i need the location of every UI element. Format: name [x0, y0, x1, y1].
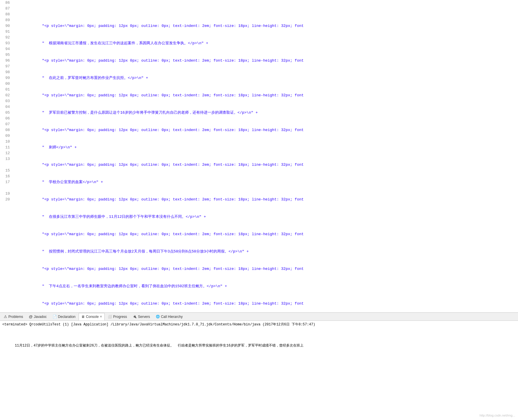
servers-icon: 🔌: [133, 315, 137, 318]
tab-callhierarchy[interactable]: 🌐 Call Hierarchy: [153, 313, 185, 320]
problems-icon: ⚠: [4, 314, 7, 319]
code-line-86: "<p style=\"margin: 0px; padding: 12px 0…: [15, 23, 518, 29]
code-line-97: " 在很多沅江市第三中学的师生眼中，11月12日的那个下午和平常本没有什么不同。…: [15, 214, 518, 220]
tab-console[interactable]: 🖥 Console ✕: [79, 313, 105, 320]
tab-console-close[interactable]: ✕: [100, 315, 102, 318]
code-line-94: "<p style=\"margin: 0px; padding: 12px 0…: [15, 162, 518, 168]
code-line-98: "<p style=\"margin: 0px; padding: 12px 0…: [15, 231, 518, 237]
code-line-90: "<p style=\"margin: 0px; padding: 12px 0…: [15, 93, 518, 98]
code-line-88: "<p style=\"margin: 0px; padding: 12px 0…: [15, 58, 518, 64]
tab-servers[interactable]: 🔌 Servers: [130, 313, 152, 320]
code-line-95: " 学校办公室里的血案</p>\n" +: [15, 179, 518, 185]
tab-servers-label: Servers: [138, 315, 150, 319]
code-line-87: " 根据湖南省沅江市通报，发生在沅江三中的这起案件，系因两人在办公室发生争执。<…: [15, 40, 518, 46]
tab-problems-label: Problems: [8, 315, 23, 319]
progress-icon: ⬜: [108, 315, 112, 318]
tab-declaration[interactable]: 📄 Declaration: [50, 313, 78, 320]
tab-problems[interactable]: ⚠ Problems: [1, 313, 26, 320]
code-line-96: "<p style=\"margin: 0px; padding: 12px 0…: [15, 197, 518, 202]
tab-console-label: Console: [86, 315, 99, 319]
tab-bar: ⚠ Problems @ Javadoc 📄 Declaration 🖥 Con…: [0, 312, 518, 320]
tab-javadoc[interactable]: @ Javadoc: [26, 313, 49, 320]
code-line-02: "<p style=\"margin: 0px; padding: 12px 0…: [15, 301, 518, 307]
callhierarchy-icon: 🌐: [156, 315, 160, 318]
tab-declaration-label: Declaration: [58, 315, 76, 319]
javadoc-icon: @: [29, 314, 33, 319]
code-line-99: " 按照惯例，封闭式管理的沅江三中高三每个月会放2天月假，每周日下午3点50分到…: [15, 249, 518, 255]
console-icon: 🖥: [81, 315, 85, 319]
tab-javadoc-label: Javadoc: [34, 315, 47, 319]
tab-progress[interactable]: ⬜ Progress: [105, 313, 130, 320]
console-area: <terminated> QrcodeUtilsTest (1) [Java A…: [0, 320, 518, 419]
code-line-89: " 在此之前，罗军曾对鲍方布置的作业产生抗拒。</p>\n" +: [15, 75, 518, 81]
console-status: <terminated> QrcodeUtilsTest (1) [Java A…: [2, 322, 516, 327]
code-line-00: "<p style=\"margin: 0px; padding: 12px 0…: [15, 266, 518, 272]
code-line-01: " 下午4点左右，一名学生来到教室旁边的教师办公室时，看到了倒在血泊中的1502…: [15, 283, 518, 289]
declaration-icon: 📄: [53, 315, 57, 319]
code-content: "<p style=\"margin: 0px; padding: 12px 0…: [12, 0, 518, 312]
tab-progress-label: Progress: [113, 315, 127, 319]
code-line-93: " 刺师</p>\n" +: [15, 145, 518, 150]
code-line-92: "<p style=\"margin: 0px; padding: 12px 0…: [15, 127, 518, 133]
editor-area: 86 87 88 89 90 91 92 93 94 95 96 97 98 9…: [0, 0, 518, 419]
console-output: 11月12日，47岁的中学班主任鲍方在办公室被刺26刀，在被送往医院的路上，鲍方…: [2, 327, 516, 353]
code-line-91: " 罗军目前已被警方控制，是什么原因让这个16岁的少年将手中弹簧刀扎向自己的老师…: [15, 110, 518, 116]
tab-callhierarchy-label: Call Hierarchy: [161, 315, 183, 319]
watermark: http://blog.csdn.net/img...: [480, 414, 515, 417]
line-numbers: 86 87 88 89 90 91 92 93 94 95 96 97 98 9…: [0, 0, 12, 312]
